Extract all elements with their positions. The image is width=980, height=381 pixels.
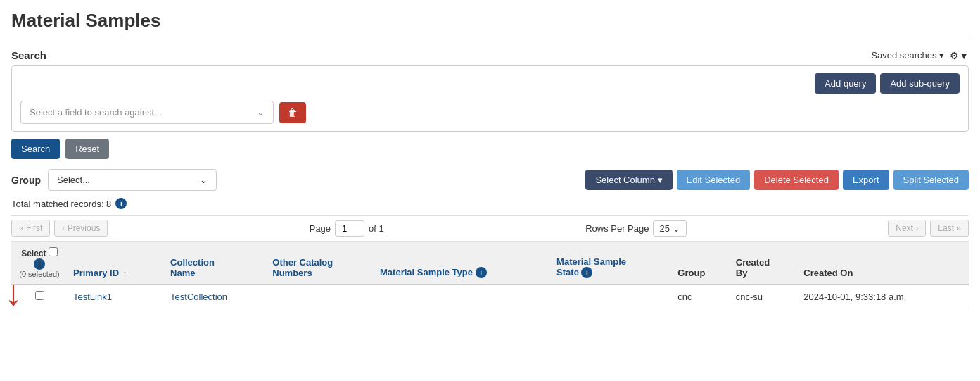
total-records-info-icon: i bbox=[115, 198, 127, 209]
field-select-row: Select a field to search against... ⌄ 🗑 bbox=[20, 101, 960, 124]
primary-id-cell: ↓TestLink1 bbox=[68, 285, 165, 308]
th-material-sample-type: Material Sample Type i bbox=[374, 242, 551, 285]
th-created-by: CreatedBy bbox=[730, 242, 798, 285]
page-label: Page bbox=[310, 223, 331, 234]
results-table: Select i (0 selected) Primary ID ↑ Colle… bbox=[11, 242, 969, 308]
split-selected-button[interactable]: Split Selected bbox=[893, 170, 969, 190]
delete-filter-button[interactable]: 🗑 bbox=[279, 102, 306, 123]
material-type-cell bbox=[374, 285, 551, 308]
chevron-down-icon: ⌄ bbox=[257, 107, 265, 118]
th-collection-name: CollectionName bbox=[165, 242, 267, 285]
edit-selected-button[interactable]: Edit Selected bbox=[677, 170, 751, 190]
other-catalog-cell bbox=[267, 285, 374, 308]
last-page-button[interactable]: Last » bbox=[930, 220, 969, 237]
search-box-actions: Add query Add sub-query bbox=[20, 73, 960, 94]
created-on-cell: 2024-10-01, 9:33:18 a.m. bbox=[798, 285, 969, 308]
group-placeholder: Select... bbox=[57, 175, 90, 185]
th-group: Group bbox=[672, 242, 730, 285]
table-header-row: Select i (0 selected) Primary ID ↑ Colle… bbox=[11, 242, 969, 285]
delete-selected-button[interactable]: Delete Selected bbox=[754, 170, 839, 190]
search-actions: Search Reset bbox=[11, 139, 969, 159]
field-placeholder: Select a field to search against... bbox=[30, 107, 162, 118]
created-by-cell: cnc-su bbox=[730, 285, 798, 308]
sort-up-icon: ↑ bbox=[123, 269, 127, 277]
add-query-button[interactable]: Add query bbox=[815, 73, 876, 94]
chevron-down-icon: ⌄ bbox=[673, 223, 680, 234]
th-material-sample-state: Material SampleState i bbox=[551, 242, 672, 285]
th-select: Select i (0 selected) bbox=[11, 242, 68, 285]
export-button[interactable]: Export bbox=[843, 170, 889, 190]
group-cell: cnc bbox=[672, 285, 730, 308]
search-button[interactable]: Search bbox=[11, 139, 60, 159]
add-subquery-button[interactable]: Add sub-query bbox=[880, 73, 960, 94]
th-other-catalog: Other CatalogNumbers bbox=[267, 242, 374, 285]
total-records: Total matched records: 8 i bbox=[11, 198, 969, 209]
next-page-button[interactable]: Next › bbox=[888, 220, 926, 237]
collection-name-link[interactable]: TestCollection bbox=[170, 292, 227, 302]
table-body: ↓TestLink1TestCollectioncnccnc-su2024-10… bbox=[11, 285, 969, 308]
rows-value: 25 bbox=[659, 223, 669, 234]
material-state-cell bbox=[551, 285, 672, 308]
group-select[interactable]: Select... ⌄ bbox=[48, 169, 217, 191]
primary-id-link[interactable]: TestLink1 bbox=[73, 292, 112, 302]
table-row: ↓TestLink1TestCollectioncnccnc-su2024-10… bbox=[11, 285, 969, 308]
search-top-right: Saved searches ▾ ⚙▼ bbox=[871, 50, 969, 61]
page-of-label: of 1 bbox=[369, 223, 384, 234]
th-primary-id: Primary ID ↑ bbox=[68, 242, 165, 285]
collection-name-cell: TestCollection bbox=[165, 285, 267, 308]
reset-button[interactable]: Reset bbox=[65, 139, 109, 159]
chevron-down-icon: ⌄ bbox=[200, 175, 208, 185]
group-row: Group Select... ⌄ Select Column ▾ Edit S… bbox=[11, 169, 969, 191]
select-info-icon: i bbox=[34, 258, 45, 270]
material-type-info-icon: i bbox=[476, 267, 487, 278]
rows-per-page-label: Rows Per Page bbox=[585, 223, 649, 234]
gear-button[interactable]: ⚙▼ bbox=[950, 50, 969, 61]
th-created-on: Created On bbox=[798, 242, 969, 285]
search-box: Add query Add sub-query Select a field t… bbox=[11, 65, 969, 132]
select-column-button[interactable]: Select Column ▾ bbox=[585, 170, 672, 190]
total-records-text: Total matched records: 8 bbox=[11, 199, 111, 209]
row-checkbox[interactable] bbox=[35, 291, 44, 300]
material-state-info-icon: i bbox=[581, 267, 592, 278]
th-select-label: Select i bbox=[17, 247, 62, 270]
page-input[interactable] bbox=[335, 220, 364, 237]
select-all-checkbox[interactable] bbox=[49, 247, 58, 256]
th-select-sublabel: (0 selected) bbox=[19, 270, 59, 278]
pagination-row: « First ‹ Previous Page of 1 Rows Per Pa… bbox=[11, 215, 969, 242]
search-label-text: Search bbox=[11, 49, 46, 61]
prev-page-button[interactable]: ‹ Previous bbox=[54, 220, 108, 237]
group-actions: Select Column ▾ Edit Selected Delete Sel… bbox=[585, 170, 969, 190]
rows-per-page: Rows Per Page 25 ⌄ bbox=[585, 220, 687, 237]
page-title: Material Samples bbox=[11, 0, 969, 39]
saved-searches-button[interactable]: Saved searches ▾ bbox=[871, 50, 944, 61]
group-label: Group bbox=[11, 175, 41, 186]
page-info: Page of 1 bbox=[310, 220, 384, 237]
row-checkbox-cell bbox=[11, 285, 68, 308]
search-section-header: Search Saved searches ▾ ⚙▼ bbox=[11, 49, 969, 61]
field-select[interactable]: Select a field to search against... ⌄ bbox=[20, 101, 274, 124]
first-page-button[interactable]: « First bbox=[11, 220, 50, 237]
rows-select[interactable]: 25 ⌄ bbox=[653, 220, 686, 237]
